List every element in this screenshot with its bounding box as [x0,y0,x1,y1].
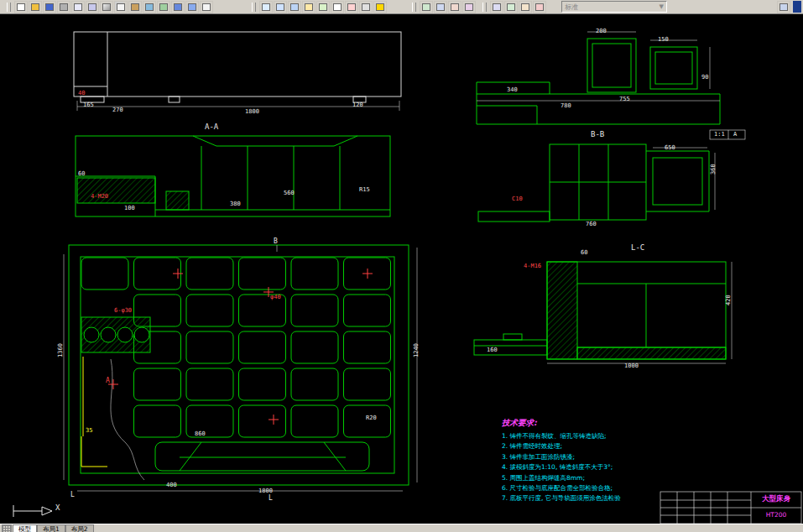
help-icon[interactable] [373,1,387,13]
grid-icon[interactable] [2,524,12,532]
tech-notes: 技术要求: 1. 铸件不得有裂纹、缩孔等铸造缺陷;2. 铸件需经时效处理;3. … [502,418,661,504]
toolbar-group-3 [412,1,476,13]
window-corner [793,1,801,13]
tech-notes-lines: 1. 铸件不得有裂纹、缩孔等铸造缺陷;2. 铸件需经时效处理;3. 铸件非加工面… [502,431,661,504]
zoom-window-icon[interactable] [274,1,287,13]
designcenter-icon[interactable] [504,1,518,13]
match-icon[interactable] [143,1,156,13]
designcenter-glyph [507,3,515,11]
title-block-part-name: 大型床身 [753,494,800,504]
area-icon[interactable] [316,1,330,13]
statusbar: 模型布局1布局2 [0,524,803,532]
tab-layout1[interactable]: 布局1 [37,524,65,532]
calc-icon[interactable] [359,1,373,13]
rotate-icon[interactable] [434,1,447,13]
mirror-icon[interactable] [462,1,476,13]
panel-icon[interactable] [777,1,790,13]
tech-notes-title: 技术要求: [502,418,661,429]
tech-note-line: 2. 铸件需经时效处理; [502,441,661,451]
tech-note-line: 5. 周围上盖结构焊缝高8mm; [502,473,661,483]
pan-icon[interactable] [200,1,213,13]
new-icon[interactable] [14,1,28,13]
open-glyph [31,3,39,11]
tab-model[interactable]: 模型 [13,524,37,532]
publish-icon[interactable] [86,1,99,13]
tech-note-line: 7. 底板平行度, 它与导轨面须用涂色法检验 [502,493,661,503]
layout-tabs: 模型布局1布局2 [13,524,94,532]
tab-layout2[interactable]: 布局2 [65,524,94,532]
copy-icon[interactable] [114,1,128,13]
tech-note-line: 1. 铸件不得有裂纹、缩孔等铸造缺陷; [502,431,661,441]
palettes-icon[interactable] [519,1,532,13]
undo-icon[interactable] [171,1,185,13]
locate-glyph [347,3,356,11]
help-glyph [376,3,384,11]
properties-glyph [493,3,501,11]
redo-glyph [188,3,196,11]
tech-note-line: 3. 铸件非加工面涂防锈漆; [502,452,661,462]
preview-icon[interactable] [71,1,85,13]
cut-glyph [102,3,111,11]
cut-icon[interactable] [100,1,113,13]
panel-glyph [780,3,788,11]
calc-glyph [362,3,370,11]
redo-icon[interactable] [185,1,199,13]
list-glyph [333,3,342,11]
undo-glyph [174,3,182,11]
autocad-window: 标准 ▼ [0,0,803,532]
pan-glyph [202,3,211,11]
open-icon[interactable] [29,1,42,13]
mirror-glyph [465,3,473,11]
title-block-material: HT200 [753,511,800,519]
zoom-glyph [262,3,270,11]
paste-glyph [131,3,139,11]
zoom-icon[interactable] [259,1,273,13]
save-icon[interactable] [43,1,56,13]
distance-glyph [305,3,313,11]
distance-icon[interactable] [302,1,315,13]
copy-glyph [117,3,125,11]
publish-glyph [88,3,96,11]
drawing-canvas[interactable] [0,13,803,524]
properties-icon[interactable] [490,1,503,13]
zoom-window-glyph [276,3,284,11]
style-combo-value: 标准 [565,3,578,12]
locate-icon[interactable] [345,1,358,13]
palettes-glyph [521,3,529,11]
block-glyph [159,3,168,11]
zoom-prev-icon[interactable] [288,1,301,13]
new-glyph [17,3,25,11]
preview-glyph [74,3,82,11]
ucs-x-label: X [55,503,60,512]
style-combo[interactable]: 标准 ▼ [561,1,667,13]
main-toolbar: 标准 ▼ [0,0,803,14]
block-icon[interactable] [157,1,170,13]
toolbar-icon-groups [2,1,546,13]
chevron-down-icon: ▼ [660,3,664,10]
toolbar-group-1 [7,1,213,13]
match-glyph [145,3,154,11]
toolbar-group-2 [252,1,387,13]
tech-note-line: 4. 拔模斜度为1:10, 铸造斜度不大于3°; [502,462,661,472]
markup-icon[interactable] [533,1,546,13]
move-glyph [422,3,430,11]
save-glyph [45,3,54,11]
list-icon[interactable] [331,1,344,13]
toolbar-group-4 [482,1,546,13]
plot-icon[interactable] [57,1,70,13]
scale-icon[interactable] [448,1,461,13]
markup-glyph [535,3,544,11]
move-icon[interactable] [420,1,433,13]
zoom-prev-glyph [290,3,299,11]
rotate-glyph [436,3,445,11]
tech-note-line: 6. 尺寸检验与底座配合需全部检验合格; [502,483,661,493]
plot-glyph [60,3,68,11]
scale-glyph [451,3,459,11]
paste-icon[interactable] [128,1,142,13]
area-glyph [319,3,327,11]
